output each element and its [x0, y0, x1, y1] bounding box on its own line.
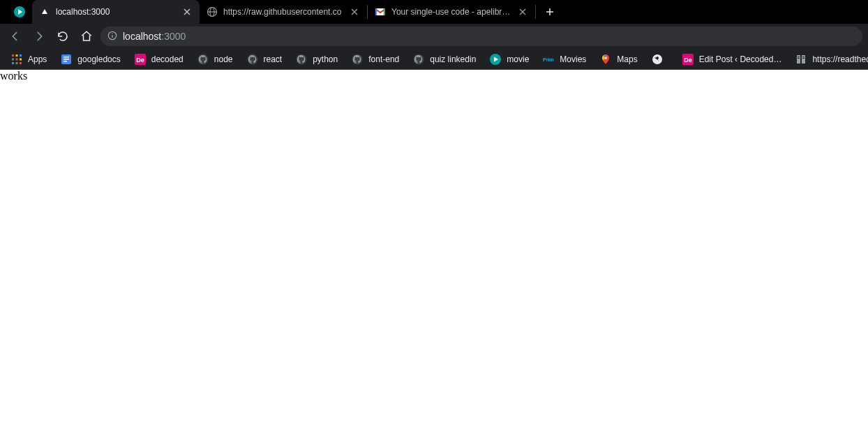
- bookmark-edit-post[interactable]: De Edit Post ‹ Decoded…: [677, 51, 788, 68]
- bookmark-label: Apps: [28, 54, 47, 64]
- svg-rect-49: [802, 55, 805, 64]
- tab-2[interactable]: Your single-use code - apelibrian: [368, 0, 535, 24]
- bookmark-decoded[interactable]: De decoded: [129, 51, 189, 68]
- bookmark-label: react: [264, 54, 283, 64]
- svg-rect-33: [63, 61, 67, 62]
- forward-button[interactable]: [29, 27, 49, 46]
- svg-text:Prim: Prim: [543, 57, 554, 62]
- close-icon[interactable]: [349, 6, 360, 17]
- svg-text:De: De: [136, 57, 144, 64]
- bookmark-label: decoded: [151, 54, 184, 64]
- github-icon: [247, 54, 258, 65]
- github-icon: [413, 54, 424, 65]
- bookmark-python[interactable]: python: [290, 51, 343, 68]
- bookmark-label: googledocs: [77, 54, 120, 64]
- svg-rect-52: [802, 57, 805, 57]
- svg-rect-12: [375, 8, 377, 15]
- gmaps-icon: [600, 54, 611, 65]
- gmail-icon: [375, 6, 386, 17]
- bookmark-maps[interactable]: Maps: [594, 51, 643, 68]
- new-tab-button[interactable]: [540, 2, 560, 22]
- bookmark-quiz-linkedin[interactable]: quiz linkedin: [407, 51, 481, 68]
- bookmark-font-end[interactable]: font-end: [346, 51, 405, 68]
- rtd-icon: [795, 54, 807, 65]
- bookmark-label: movie: [507, 54, 529, 64]
- svg-rect-25: [16, 58, 18, 60]
- tab-0[interactable]: localhost:3000: [32, 0, 200, 24]
- svg-rect-27: [12, 62, 14, 64]
- bookmark-label: python: [313, 54, 338, 64]
- page-body-text: works: [0, 70, 27, 82]
- bookmark-label: Movies: [560, 54, 586, 64]
- globe-white-icon: [652, 54, 663, 65]
- tab-strip: localhost:3000 https://raw.githubusercon…: [0, 0, 868, 24]
- tab-1[interactable]: https://raw.githubusercontent.co: [200, 0, 367, 24]
- bookmark-label: node: [214, 54, 233, 64]
- svg-rect-51: [798, 58, 800, 59]
- bookmark-readthedocs[interactable]: https://readthedocs.…: [790, 51, 868, 68]
- close-icon[interactable]: [517, 6, 528, 17]
- bookmark-label: quiz linkedin: [430, 54, 476, 64]
- back-button[interactable]: [6, 27, 25, 46]
- svg-rect-50: [798, 57, 800, 57]
- site-info-icon[interactable]: [107, 31, 117, 43]
- svg-rect-26: [20, 58, 22, 60]
- svg-point-20: [112, 33, 112, 34]
- bookmark-node[interactable]: node: [192, 51, 239, 68]
- page-content: works: [0, 70, 868, 82]
- play-teal-icon: [490, 54, 501, 65]
- github-icon: [352, 54, 363, 65]
- url-rest: :3000: [161, 31, 186, 42]
- github-icon: [197, 54, 209, 65]
- svg-rect-28: [16, 62, 18, 64]
- svg-rect-53: [802, 58, 805, 59]
- bookmark-movies[interactable]: Prim Movies: [537, 51, 592, 68]
- gdocs-icon: [61, 54, 72, 65]
- github-icon: [296, 54, 307, 65]
- url-text: localhost:3000: [123, 31, 186, 42]
- svg-rect-23: [20, 54, 22, 57]
- home-button[interactable]: [77, 27, 96, 46]
- svg-rect-22: [16, 54, 18, 57]
- bookmark-label: font-end: [368, 54, 399, 64]
- svg-rect-24: [12, 58, 14, 60]
- toolbar: localhost:3000: [0, 24, 868, 49]
- bookmark-globe[interactable]: [646, 51, 674, 68]
- bookmark-label: https://readthedocs.…: [812, 54, 868, 64]
- tab-title: Your single-use code - apelibrian: [391, 7, 511, 17]
- url-host: localhost: [123, 31, 161, 42]
- window-icon: [7, 0, 32, 24]
- svg-rect-21: [12, 54, 14, 57]
- de-pink-icon: De: [682, 54, 694, 65]
- svg-rect-31: [63, 57, 69, 58]
- bookmark-react[interactable]: react: [241, 51, 288, 68]
- bookmark-googledocs[interactable]: googledocs: [55, 51, 126, 68]
- svg-text:De: De: [684, 57, 692, 64]
- tab-title: localhost:3000: [56, 7, 176, 17]
- svg-rect-48: [797, 55, 800, 64]
- tab-title: https://raw.githubusercontent.co: [223, 7, 343, 17]
- reload-button[interactable]: [53, 27, 73, 46]
- tab-separator: [535, 5, 536, 19]
- triangle-icon: [39, 6, 50, 17]
- prime-icon: Prim: [543, 54, 554, 65]
- bookmark-apps[interactable]: Apps: [6, 51, 52, 68]
- bookmark-movie[interactable]: movie: [484, 51, 534, 68]
- de-pink-icon: De: [135, 54, 146, 65]
- svg-rect-13: [384, 8, 385, 15]
- close-icon[interactable]: [181, 6, 193, 17]
- address-bar[interactable]: localhost:3000: [100, 27, 862, 46]
- bookmark-label: Maps: [617, 54, 637, 64]
- globe-icon: [207, 6, 218, 17]
- bookmarks-bar: Apps googledocs De decoded node react py…: [0, 49, 868, 70]
- svg-rect-29: [20, 62, 22, 64]
- svg-rect-32: [63, 59, 69, 60]
- apps-grid-icon: [11, 54, 22, 65]
- bookmark-label: Edit Post ‹ Decoded…: [699, 54, 782, 64]
